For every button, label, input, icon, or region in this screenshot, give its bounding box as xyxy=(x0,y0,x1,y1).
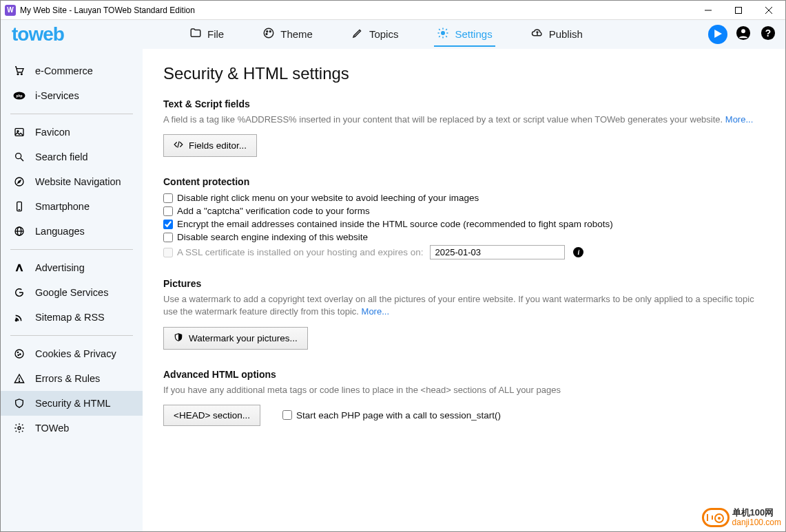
svg-point-11 xyxy=(741,29,745,33)
site-watermark: 单机100网 danji100.com xyxy=(702,508,781,527)
gear-icon xyxy=(437,27,449,41)
checkbox-php-session[interactable]: Start each PHP page with a call to sessi… xyxy=(282,409,501,422)
checkbox-input[interactable] xyxy=(282,410,292,420)
section-title-protection: Content protection xyxy=(163,176,765,187)
sidebar-item-smartphone[interactable]: Smartphone xyxy=(1,194,143,219)
checkbox-input[interactable] xyxy=(163,193,173,203)
checkbox-ssl xyxy=(163,248,173,257)
svg-rect-1 xyxy=(736,7,742,13)
preview-button[interactable] xyxy=(708,25,727,44)
checkbox-label: Disable right click menu on your website… xyxy=(177,193,479,203)
toolbar-right: ? xyxy=(708,25,777,44)
help-icon: ? xyxy=(761,25,776,43)
checkbox-disable-rightclick[interactable]: Disable right click menu on your website… xyxy=(163,191,765,204)
app-icon: W xyxy=(5,5,16,16)
sidebar-item-toweb[interactable]: TOWeb xyxy=(1,416,143,440)
sidebar-item-cookies[interactable]: Cookies & Privacy xyxy=(1,341,143,366)
image-icon xyxy=(13,126,25,138)
close-button[interactable] xyxy=(754,1,784,20)
search-icon xyxy=(13,151,25,163)
checkbox-disable-indexing[interactable]: Disable search engine indexing of this w… xyxy=(163,231,765,244)
nav-topics-label: Topics xyxy=(369,28,399,40)
minimize-button[interactable] xyxy=(693,1,723,20)
warning-icon xyxy=(13,372,25,385)
checkbox-captcha[interactable]: Add a "captcha" verification code to you… xyxy=(163,204,765,217)
nav-file[interactable]: File xyxy=(187,23,227,47)
checkbox-label: Disable search engine indexing of this w… xyxy=(177,232,368,242)
sidebar-item-label: Languages xyxy=(35,226,85,237)
button-label: Watermark your pictures... xyxy=(189,333,298,343)
sidebar-item-languages[interactable]: Languages xyxy=(1,219,143,244)
svg-point-14 xyxy=(17,74,19,75)
sidebar-item-advertising[interactable]: Advertising xyxy=(1,255,143,280)
palette-icon xyxy=(262,27,275,41)
cookie-icon xyxy=(13,348,25,360)
globe-icon xyxy=(13,225,25,237)
info-icon[interactable]: i xyxy=(573,247,583,257)
checkbox-label: Encrypt the email addresses contained in… xyxy=(177,219,613,229)
button-label: <HEAD> section... xyxy=(174,410,250,421)
window-controls xyxy=(693,1,784,20)
shield-icon xyxy=(174,332,183,344)
sidebar-item-errors[interactable]: Errors & Rules xyxy=(1,366,143,391)
sidebar-item-navigation[interactable]: Website Navigation xyxy=(1,169,143,194)
main-nav: File Theme Topics Settings Publish xyxy=(64,23,708,47)
rss-icon xyxy=(13,311,25,323)
svg-text:?: ? xyxy=(765,28,771,39)
svg-point-15 xyxy=(21,74,22,75)
section-desc-advanced: If you have any additional meta tags or … xyxy=(163,384,765,396)
sidebar-item-ecommerce[interactable]: e-Commerce xyxy=(1,58,143,83)
sidebar-item-sitemap[interactable]: Sitemap & RSS xyxy=(1,305,143,330)
checkbox-encrypt-email[interactable]: Encrypt the email addresses contained in… xyxy=(163,217,765,231)
sidebar-item-google[interactable]: Google Services xyxy=(1,280,143,305)
section-desc-text-script: A field is a tag like %ADDRESS% inserted… xyxy=(163,114,765,126)
user-icon xyxy=(736,25,751,43)
ssl-date-input[interactable] xyxy=(430,245,565,259)
fields-editor-button[interactable]: Fields editor... xyxy=(163,134,257,157)
nav-file-label: File xyxy=(207,28,224,40)
watermark-line1: 单机100网 xyxy=(732,508,781,518)
folder-icon xyxy=(189,27,202,41)
sidebar-item-label: i-Services xyxy=(35,90,79,101)
svg-point-36 xyxy=(18,427,21,429)
window-title: My Web Site - Lauyan TOWeb Standard Edit… xyxy=(20,6,693,15)
nav-publish-label: Publish xyxy=(549,28,583,40)
sidebar-item-iservices[interactable]: phpi-Services xyxy=(1,83,143,108)
sidebar-item-search[interactable]: Search field xyxy=(1,145,143,169)
checkbox-input[interactable] xyxy=(163,220,173,229)
titlebar: W My Web Site - Lauyan TOWeb Standard Ed… xyxy=(1,1,785,20)
logo: toweb xyxy=(9,23,64,45)
checkbox-input[interactable] xyxy=(163,206,173,216)
more-link-text-script[interactable]: More... xyxy=(725,114,753,125)
help-button[interactable]: ? xyxy=(759,25,777,43)
section-title-advanced: Advanced HTML options xyxy=(163,369,765,380)
checkbox-input[interactable] xyxy=(163,233,173,242)
button-label: Fields editor... xyxy=(189,140,247,151)
svg-point-31 xyxy=(17,352,18,352)
sidebar-separator xyxy=(10,335,133,336)
sidebar-item-label: Errors & Rules xyxy=(35,373,100,384)
svg-text:php: php xyxy=(16,94,22,98)
sidebar-item-security[interactable]: Security & HTML xyxy=(1,391,143,416)
nav-theme[interactable]: Theme xyxy=(260,23,316,47)
sidebar-item-favicon[interactable]: Favicon xyxy=(1,120,143,145)
more-link-pictures[interactable]: More... xyxy=(362,306,389,317)
google-icon xyxy=(13,286,25,299)
head-section-button[interactable]: <HEAD> section... xyxy=(163,405,260,426)
section-desc-pictures: Use a watermark to add a copyright text … xyxy=(163,293,765,318)
nav-topics[interactable]: Topics xyxy=(349,23,402,47)
sidebar-separator xyxy=(10,114,133,114)
nav-publish[interactable]: Publish xyxy=(528,23,586,47)
sidebar-item-label: Cookies & Privacy xyxy=(35,348,116,359)
nav-settings-label: Settings xyxy=(455,28,492,40)
play-icon xyxy=(714,28,722,41)
svg-point-6 xyxy=(270,30,271,32)
maximize-button[interactable] xyxy=(723,1,754,20)
account-button[interactable] xyxy=(734,25,752,43)
phone-icon xyxy=(13,200,25,213)
gear-icon xyxy=(13,422,25,434)
nav-settings[interactable]: Settings xyxy=(434,23,495,47)
svg-point-30 xyxy=(15,350,23,358)
php-icon: php xyxy=(13,89,25,102)
watermark-button[interactable]: Watermark your pictures... xyxy=(163,327,308,350)
